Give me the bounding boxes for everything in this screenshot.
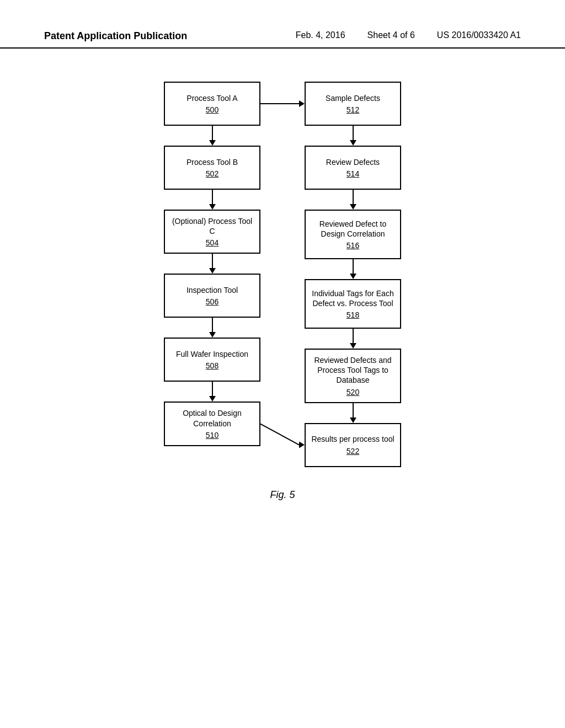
arrow-520-522 [350,403,356,423]
diagram-wrapper: Process Tool A 500 Process Tool B 502 [0,49,565,467]
header-meta: Feb. 4, 2016 Sheet 4 of 6 US 2016/003342… [296,30,521,40]
box-508-label: Full Wafer Inspection [176,349,248,359]
box-516: Reviewed Defect to Design Correlation 51… [305,210,401,259]
box-518: Individual Tags for Each Defect vs. Proc… [305,279,401,329]
box-502: Process Tool B 502 [164,146,260,190]
box-520: Reviewed Defects and Process Tool Tags t… [305,349,401,403]
box-520-number: 520 [347,388,359,397]
right-column: Sample Defects 512 Review Defects 514 [305,82,401,467]
box-506-label: Inspection Tool [186,285,238,295]
box-506: Inspection Tool 506 [164,274,260,318]
box-508: Full Wafer Inspection 508 [164,338,260,382]
box-500-number: 500 [206,105,218,114]
box-522: Results per process tool 522 [305,423,401,467]
header-date: Feb. 4, 2016 [296,30,345,40]
box-506-number: 506 [206,297,218,306]
arrow-502-504 [209,190,216,210]
box-508-number: 508 [206,361,218,370]
publication-label: Patent Application Publication [44,30,187,42]
arrow-504-506 [209,254,216,274]
arrow-508-510 [209,382,216,402]
arrow-500-502 [209,126,216,146]
box-514-number: 514 [347,169,359,178]
box-510-number: 510 [206,431,218,440]
box-504-number: 504 [206,238,218,247]
box-502-label: Process Tool B [186,157,238,167]
page: Patent Application Publication Feb. 4, 2… [0,0,565,728]
page-header: Patent Application Publication Feb. 4, 2… [0,0,565,49]
arrow-512-514 [350,126,356,146]
header-patent: US 2016/0033420 A1 [437,30,521,40]
arrow-516-518 [350,259,356,279]
arrow-514-516 [350,190,356,210]
box-522-number: 522 [347,447,359,456]
box-514: Review Defects 514 [305,146,401,190]
box-520-label: Reviewed Defects and Process Tool Tags t… [310,355,396,386]
box-516-label: Reviewed Defect to Design Correlation [310,219,396,239]
arrow-506-508 [209,318,216,338]
header-sheet: Sheet 4 of 6 [367,30,415,40]
figure-caption: Fig. 5 [0,489,565,501]
box-516-number: 516 [347,241,359,250]
box-510: Optical to Design Correlation 510 [164,402,260,446]
box-502-number: 502 [206,169,218,178]
box-518-number: 518 [347,311,359,319]
columns-wrapper: Process Tool A 500 Process Tool B 502 [164,82,401,467]
box-522-label: Results per process tool [311,434,394,444]
box-514-label: Review Defects [326,157,380,167]
box-504-label: (Optional) Process Tool C [169,216,255,236]
box-512-label: Sample Defects [326,93,380,103]
arrow-518-520 [350,329,356,349]
box-518-label: Individual Tags for Each Defect vs. Proc… [310,288,396,308]
box-500-label: Process Tool A [186,93,237,103]
box-510-label: Optical to Design Correlation [169,408,255,428]
box-500: Process Tool A 500 [164,82,260,126]
box-504: (Optional) Process Tool C 504 [164,210,260,254]
box-512: Sample Defects 512 [305,82,401,126]
left-column: Process Tool A 500 Process Tool B 502 [164,82,260,467]
box-512-number: 512 [347,105,359,114]
